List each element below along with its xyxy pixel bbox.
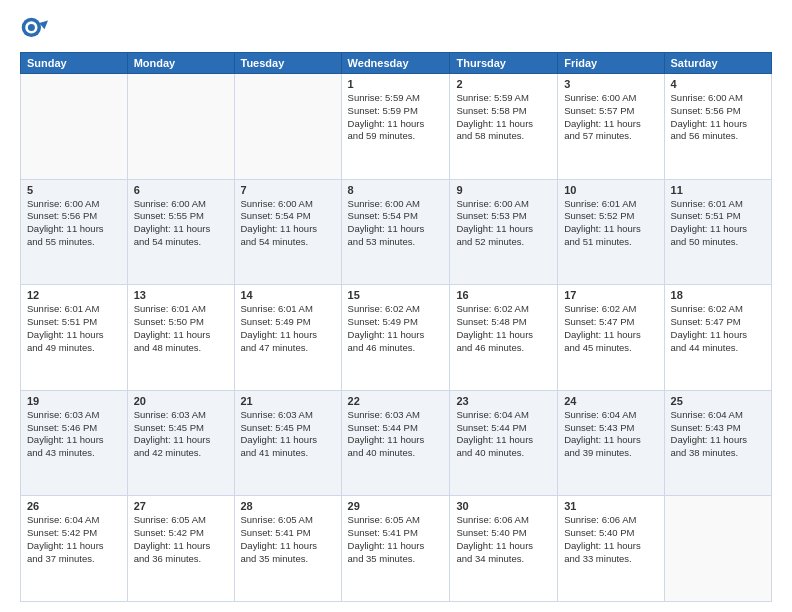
day-cell: 15Sunrise: 6:02 AM Sunset: 5:49 PM Dayli… (341, 285, 450, 391)
day-number: 23 (456, 395, 551, 407)
day-info: Sunrise: 6:00 AM Sunset: 5:56 PM Dayligh… (27, 198, 121, 249)
day-cell: 5Sunrise: 6:00 AM Sunset: 5:56 PM Daylig… (21, 179, 128, 285)
day-number: 27 (134, 500, 228, 512)
day-info: Sunrise: 6:04 AM Sunset: 5:43 PM Dayligh… (671, 409, 765, 460)
day-info: Sunrise: 6:05 AM Sunset: 5:41 PM Dayligh… (241, 514, 335, 565)
day-cell: 7Sunrise: 6:00 AM Sunset: 5:54 PM Daylig… (234, 179, 341, 285)
day-number: 14 (241, 289, 335, 301)
day-info: Sunrise: 6:01 AM Sunset: 5:51 PM Dayligh… (27, 303, 121, 354)
header-day-thursday: Thursday (450, 53, 558, 74)
day-info: Sunrise: 6:03 AM Sunset: 5:45 PM Dayligh… (241, 409, 335, 460)
day-info: Sunrise: 6:04 AM Sunset: 5:44 PM Dayligh… (456, 409, 551, 460)
day-info: Sunrise: 6:06 AM Sunset: 5:40 PM Dayligh… (456, 514, 551, 565)
day-info: Sunrise: 6:00 AM Sunset: 5:55 PM Dayligh… (134, 198, 228, 249)
day-cell: 13Sunrise: 6:01 AM Sunset: 5:50 PM Dayli… (127, 285, 234, 391)
header-day-tuesday: Tuesday (234, 53, 341, 74)
day-cell (234, 74, 341, 180)
header-day-monday: Monday (127, 53, 234, 74)
day-cell: 19Sunrise: 6:03 AM Sunset: 5:46 PM Dayli… (21, 390, 128, 496)
header (20, 16, 772, 44)
day-info: Sunrise: 6:02 AM Sunset: 5:47 PM Dayligh… (671, 303, 765, 354)
header-day-wednesday: Wednesday (341, 53, 450, 74)
day-cell: 18Sunrise: 6:02 AM Sunset: 5:47 PM Dayli… (664, 285, 771, 391)
day-number: 10 (564, 184, 657, 196)
day-info: Sunrise: 6:03 AM Sunset: 5:46 PM Dayligh… (27, 409, 121, 460)
day-cell: 20Sunrise: 6:03 AM Sunset: 5:45 PM Dayli… (127, 390, 234, 496)
day-cell: 31Sunrise: 6:06 AM Sunset: 5:40 PM Dayli… (558, 496, 664, 602)
header-day-sunday: Sunday (21, 53, 128, 74)
day-cell: 4Sunrise: 6:00 AM Sunset: 5:56 PM Daylig… (664, 74, 771, 180)
week-row-2: 12Sunrise: 6:01 AM Sunset: 5:51 PM Dayli… (21, 285, 772, 391)
day-number: 25 (671, 395, 765, 407)
day-number: 19 (27, 395, 121, 407)
day-number: 2 (456, 78, 551, 90)
day-number: 11 (671, 184, 765, 196)
day-cell: 14Sunrise: 6:01 AM Sunset: 5:49 PM Dayli… (234, 285, 341, 391)
day-number: 6 (134, 184, 228, 196)
day-info: Sunrise: 6:01 AM Sunset: 5:51 PM Dayligh… (671, 198, 765, 249)
day-info: Sunrise: 6:05 AM Sunset: 5:41 PM Dayligh… (348, 514, 444, 565)
day-info: Sunrise: 6:00 AM Sunset: 5:57 PM Dayligh… (564, 92, 657, 143)
day-number: 9 (456, 184, 551, 196)
day-number: 4 (671, 78, 765, 90)
week-row-3: 19Sunrise: 6:03 AM Sunset: 5:46 PM Dayli… (21, 390, 772, 496)
day-cell: 29Sunrise: 6:05 AM Sunset: 5:41 PM Dayli… (341, 496, 450, 602)
day-info: Sunrise: 6:05 AM Sunset: 5:42 PM Dayligh… (134, 514, 228, 565)
day-info: Sunrise: 6:04 AM Sunset: 5:42 PM Dayligh… (27, 514, 121, 565)
svg-point-2 (28, 24, 35, 31)
day-info: Sunrise: 6:02 AM Sunset: 5:47 PM Dayligh… (564, 303, 657, 354)
day-cell: 21Sunrise: 6:03 AM Sunset: 5:45 PM Dayli… (234, 390, 341, 496)
day-cell (664, 496, 771, 602)
day-cell: 30Sunrise: 6:06 AM Sunset: 5:40 PM Dayli… (450, 496, 558, 602)
day-cell: 12Sunrise: 6:01 AM Sunset: 5:51 PM Dayli… (21, 285, 128, 391)
week-row-4: 26Sunrise: 6:04 AM Sunset: 5:42 PM Dayli… (21, 496, 772, 602)
day-info: Sunrise: 6:00 AM Sunset: 5:56 PM Dayligh… (671, 92, 765, 143)
day-info: Sunrise: 6:04 AM Sunset: 5:43 PM Dayligh… (564, 409, 657, 460)
day-number: 15 (348, 289, 444, 301)
day-number: 12 (27, 289, 121, 301)
day-number: 16 (456, 289, 551, 301)
week-row-0: 1Sunrise: 5:59 AM Sunset: 5:59 PM Daylig… (21, 74, 772, 180)
day-info: Sunrise: 6:03 AM Sunset: 5:44 PM Dayligh… (348, 409, 444, 460)
calendar-page: SundayMondayTuesdayWednesdayThursdayFrid… (0, 0, 792, 612)
header-row: SundayMondayTuesdayWednesdayThursdayFrid… (21, 53, 772, 74)
day-cell: 10Sunrise: 6:01 AM Sunset: 5:52 PM Dayli… (558, 179, 664, 285)
day-info: Sunrise: 5:59 AM Sunset: 5:58 PM Dayligh… (456, 92, 551, 143)
day-cell: 17Sunrise: 6:02 AM Sunset: 5:47 PM Dayli… (558, 285, 664, 391)
day-info: Sunrise: 6:06 AM Sunset: 5:40 PM Dayligh… (564, 514, 657, 565)
day-info: Sunrise: 6:01 AM Sunset: 5:52 PM Dayligh… (564, 198, 657, 249)
day-cell: 28Sunrise: 6:05 AM Sunset: 5:41 PM Dayli… (234, 496, 341, 602)
day-number: 1 (348, 78, 444, 90)
day-cell (21, 74, 128, 180)
day-cell: 27Sunrise: 6:05 AM Sunset: 5:42 PM Dayli… (127, 496, 234, 602)
day-number: 7 (241, 184, 335, 196)
calendar-table: SundayMondayTuesdayWednesdayThursdayFrid… (20, 52, 772, 602)
day-number: 31 (564, 500, 657, 512)
day-cell: 9Sunrise: 6:00 AM Sunset: 5:53 PM Daylig… (450, 179, 558, 285)
day-cell: 26Sunrise: 6:04 AM Sunset: 5:42 PM Dayli… (21, 496, 128, 602)
day-info: Sunrise: 6:01 AM Sunset: 5:50 PM Dayligh… (134, 303, 228, 354)
header-day-saturday: Saturday (664, 53, 771, 74)
day-cell: 23Sunrise: 6:04 AM Sunset: 5:44 PM Dayli… (450, 390, 558, 496)
day-cell: 6Sunrise: 6:00 AM Sunset: 5:55 PM Daylig… (127, 179, 234, 285)
logo (20, 16, 52, 44)
day-info: Sunrise: 6:01 AM Sunset: 5:49 PM Dayligh… (241, 303, 335, 354)
week-row-1: 5Sunrise: 6:00 AM Sunset: 5:56 PM Daylig… (21, 179, 772, 285)
day-cell: 16Sunrise: 6:02 AM Sunset: 5:48 PM Dayli… (450, 285, 558, 391)
day-number: 13 (134, 289, 228, 301)
day-cell: 8Sunrise: 6:00 AM Sunset: 5:54 PM Daylig… (341, 179, 450, 285)
day-cell: 25Sunrise: 6:04 AM Sunset: 5:43 PM Dayli… (664, 390, 771, 496)
day-cell: 3Sunrise: 6:00 AM Sunset: 5:57 PM Daylig… (558, 74, 664, 180)
day-number: 28 (241, 500, 335, 512)
day-cell: 24Sunrise: 6:04 AM Sunset: 5:43 PM Dayli… (558, 390, 664, 496)
day-cell: 22Sunrise: 6:03 AM Sunset: 5:44 PM Dayli… (341, 390, 450, 496)
day-info: Sunrise: 6:00 AM Sunset: 5:54 PM Dayligh… (348, 198, 444, 249)
day-number: 5 (27, 184, 121, 196)
day-number: 20 (134, 395, 228, 407)
day-cell: 1Sunrise: 5:59 AM Sunset: 5:59 PM Daylig… (341, 74, 450, 180)
day-number: 24 (564, 395, 657, 407)
day-number: 8 (348, 184, 444, 196)
day-number: 29 (348, 500, 444, 512)
calendar-header: SundayMondayTuesdayWednesdayThursdayFrid… (21, 53, 772, 74)
day-number: 17 (564, 289, 657, 301)
